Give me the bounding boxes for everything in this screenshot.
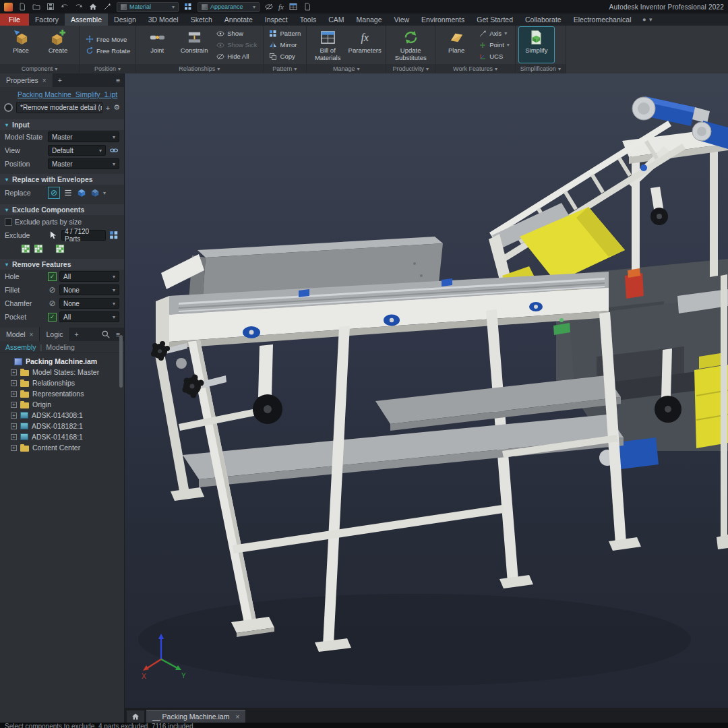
component-group-label[interactable]: Component▾ — [0, 64, 79, 73]
viewport-3d[interactable]: X Y — [125, 73, 728, 708]
ribbon-options-icon[interactable]: ⏺ ▾ — [638, 13, 658, 26]
pocket-check-icon[interactable]: ✓ — [48, 313, 57, 322]
help-icon[interactable] — [303, 2, 312, 11]
expand-icon[interactable]: + — [11, 369, 17, 375]
expand-icon[interactable]: + — [11, 423, 17, 429]
pattern-button[interactable]: Pattern — [267, 28, 303, 38]
document-tab[interactable]: __ Packing Machine.iam × — [146, 710, 245, 723]
fillet-dropdown[interactable]: None▾ — [59, 284, 119, 295]
open-file-icon[interactable] — [32, 2, 41, 11]
tab-annotate[interactable]: Annotate — [218, 13, 259, 26]
section-input[interactable]: ▾ Input — [0, 119, 124, 130]
preset-settings-gear-icon[interactable]: ⚙ — [113, 103, 120, 112]
bill-of-materials-button[interactable]: Bill of Materials — [310, 27, 345, 63]
relationships-group-label[interactable]: Relationships▾ — [136, 64, 262, 73]
close-icon[interactable]: × — [42, 77, 47, 84]
section-replace-envelopes[interactable]: ▾ Replace with Envelopes — [0, 174, 124, 185]
expand-icon[interactable]: + — [11, 402, 17, 408]
expand-icon[interactable]: + — [11, 445, 17, 451]
chamfer-none-icon[interactable]: ⊘ — [48, 299, 57, 308]
properties-scrollbar[interactable] — [119, 335, 123, 388]
tree-item-adsk-018182[interactable]: + ADSK-018182:1 — [0, 421, 124, 431]
replace-envelope-icon[interactable] — [90, 187, 100, 198]
view-dropdown[interactable]: Default ▾ — [48, 145, 106, 156]
exclude-grid-icon-3[interactable] — [55, 243, 65, 254]
tab-manage[interactable]: Manage — [351, 13, 388, 26]
productivity-group-label[interactable]: Productivity▾ — [386, 64, 435, 73]
link-icon[interactable] — [109, 145, 119, 156]
simplify-button[interactable]: Simplify — [519, 27, 554, 63]
tab-factory[interactable]: Factory — [29, 13, 65, 26]
parts-icon[interactable] — [109, 230, 119, 241]
preset-dropdown[interactable]: *Remove moderate detail (r ▾ — [16, 102, 102, 113]
grid-icon[interactable] — [289, 2, 298, 11]
add-browser-tab-button[interactable]: + — [70, 330, 84, 338]
ucs-button[interactable]: UCS — [476, 51, 512, 61]
chamfer-dropdown[interactable]: None▾ — [59, 298, 119, 309]
expand-icon[interactable]: + — [11, 380, 17, 386]
expand-icon[interactable]: + — [11, 434, 17, 440]
tab-sketch[interactable]: Sketch — [185, 13, 218, 26]
simplification-group-label[interactable]: Simplification▾ — [516, 64, 566, 73]
update-substitutes-button[interactable]: Update Substitutes — [390, 27, 431, 63]
panel-menu-icon[interactable]: ≡ — [116, 76, 120, 84]
new-document-icon[interactable] — [18, 2, 27, 11]
exclude-parts-by-size-checkbox[interactable] — [5, 218, 12, 226]
copy-button[interactable]: Copy — [267, 51, 303, 61]
replace-none-toggle[interactable]: ⊘ — [48, 187, 60, 199]
chevron-down-icon[interactable]: ▾ — [103, 190, 106, 196]
hole-dropdown[interactable]: All▾ — [59, 271, 119, 282]
pocket-dropdown[interactable]: All▾ — [59, 311, 119, 322]
tab-model[interactable]: Model × — [0, 328, 40, 341]
mirror-button[interactable]: Mirror — [267, 40, 303, 50]
tab-collaborate[interactable]: Collaborate — [519, 13, 568, 26]
tab-assemble[interactable]: Assemble — [65, 13, 108, 26]
home-view-icon[interactable] — [88, 2, 98, 11]
redo-icon[interactable] — [74, 2, 84, 11]
material-dropdown[interactable]: Material ▾ — [117, 2, 179, 12]
fillet-none-icon[interactable]: ⊘ — [48, 286, 57, 295]
subtab-assembly[interactable]: Assembly — [5, 343, 36, 351]
undo-icon[interactable] — [60, 2, 69, 11]
tree-item-model-states[interactable]: + Model States: Master — [0, 367, 124, 377]
tab-inspect[interactable]: Inspect — [259, 13, 294, 26]
tab-electromechanical[interactable]: Electromechanical — [568, 13, 638, 26]
hide-all-button[interactable]: Hide All — [214, 51, 259, 61]
section-remove-features[interactable]: ▾ Remove Features — [0, 259, 124, 270]
plane-button[interactable]: Plane — [439, 27, 474, 63]
tab-cam[interactable]: CAM — [322, 13, 350, 26]
hole-check-icon[interactable]: ✓ — [48, 272, 57, 281]
tab-file[interactable]: File — [0, 13, 29, 26]
expand-icon[interactable]: + — [11, 391, 17, 397]
tree-item-relationships[interactable]: + Relationships — [0, 377, 124, 388]
pattern-group-label[interactable]: Pattern▾ — [264, 64, 307, 73]
tab-design[interactable]: Design — [108, 13, 142, 26]
parameters-button[interactable]: fx Parameters — [347, 27, 382, 63]
position-group-label[interactable]: Position▾ — [80, 64, 135, 73]
tab-environments[interactable]: Environments — [415, 13, 471, 26]
tree-item-content-center[interactable]: + Content Center — [0, 442, 124, 453]
tab-view[interactable]: View — [388, 13, 416, 26]
add-preset-button[interactable]: + — [106, 104, 110, 112]
tab-3d-model[interactable]: 3D Model — [142, 13, 185, 26]
tree-item-root[interactable]: Packing Machine.iam — [0, 356, 124, 367]
manage-group-label[interactable]: Manage▾ — [307, 64, 386, 73]
search-icon[interactable] — [100, 329, 111, 340]
tree-item-adsk-014308[interactable]: + ADSK-014308:1 — [0, 410, 124, 421]
point-button[interactable]: Point▾ — [476, 40, 512, 50]
appearance-dropdown[interactable]: Appearance ▾ — [198, 2, 260, 12]
joint-button[interactable]: Joint — [140, 27, 175, 63]
work-features-group-label[interactable]: Work Features▾ — [435, 64, 515, 73]
appearance-adjust-icon[interactable] — [183, 2, 193, 11]
constrain-button[interactable]: Constrain — [177, 27, 212, 63]
create-button[interactable]: Create — [40, 27, 75, 63]
expand-icon[interactable]: + — [11, 413, 17, 419]
save-icon[interactable] — [46, 2, 55, 11]
close-icon[interactable]: × — [235, 713, 239, 721]
simplify-document-link[interactable]: Packing Machine_Simplify_1.ipt — [0, 87, 124, 100]
tab-properties[interactable]: Properties × — [0, 73, 53, 87]
replace-bounding-box-icon[interactable] — [76, 187, 87, 198]
model-state-dropdown[interactable]: Master ▾ — [48, 131, 119, 142]
subtab-modeling[interactable]: Modeling — [46, 343, 75, 351]
tree-item-adsk-014168[interactable]: + ADSK-014168:1 — [0, 431, 124, 442]
